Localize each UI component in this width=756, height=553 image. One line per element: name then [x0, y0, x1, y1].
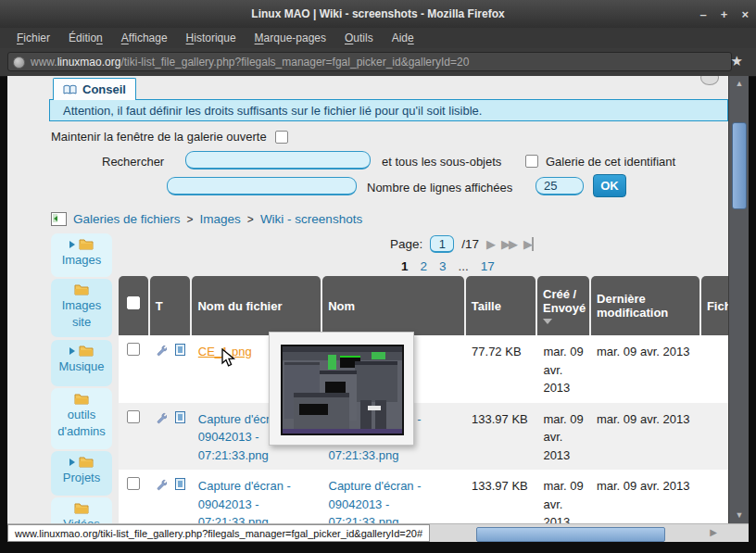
table-row: Capture d'écran - 09042013 - 07:21:33.pn…: [119, 403, 728, 471]
folder-icon: [79, 238, 94, 250]
sidebar-item-label: Vidéos: [51, 516, 112, 523]
header-type[interactable]: T: [150, 276, 191, 335]
file-link[interactable]: Capture d'écran - 09042013 - 07:21:33.pn…: [198, 479, 291, 523]
expand-arrow-icon[interactable]: [69, 459, 75, 466]
search-label: Rechercher: [102, 155, 164, 169]
image-file-icon: [175, 478, 185, 490]
navigation-toolbar: www.linuxmao.org/tiki-list_file_gallery.…: [0, 48, 756, 77]
file-size: 133.97 KB: [466, 470, 536, 523]
sidebar-item-outils-admins[interactable]: outils d'admins: [51, 388, 112, 449]
book-icon: [63, 84, 77, 95]
file-table: T Nom du fichier Nom Taille Créé / Envoy…: [119, 276, 728, 523]
folder-icon: [79, 345, 94, 357]
page-link-current: 1: [401, 259, 409, 273]
maximize-button[interactable]: +: [721, 7, 728, 21]
wrench-icon[interactable]: [156, 411, 167, 425]
menu-marque-pages[interactable]: Marque-pages: [246, 30, 335, 46]
sidebar-item-label: outils d'admins: [51, 407, 112, 440]
image-file-icon: [175, 344, 185, 356]
next-page-icon[interactable]: ▶: [486, 237, 494, 251]
sidebar-item-images-site[interactable]: Images site: [51, 279, 112, 337]
select-all-checkbox[interactable]: [127, 296, 140, 309]
window-controls: – + ×: [700, 0, 749, 28]
wrench-icon[interactable]: [156, 344, 167, 358]
page-link-3[interactable]: 3: [439, 259, 447, 273]
filegal-browse-icon[interactable]: [51, 212, 67, 226]
breadcrumb-current[interactable]: Wiki - screenshots: [260, 212, 362, 226]
pagination: Page: /17 ▶ ▶▶ ▶: [390, 235, 534, 253]
breadcrumb-separator: >: [187, 213, 194, 226]
sort-desc-icon: [543, 319, 552, 324]
menu-outils[interactable]: Outils: [335, 30, 383, 46]
close-button[interactable]: ×: [741, 7, 749, 21]
sidebar-item-videos[interactable]: Vidéos: [51, 497, 112, 523]
sidebar-item-label: Images: [51, 252, 112, 269]
gallery-ident-label: Galerie de cet identifiant: [546, 155, 675, 169]
notice-box: Attention, il faut définir les droits su…: [49, 99, 728, 121]
subobjects-checkbox[interactable]: [525, 155, 538, 168]
file-preview-popup: [269, 332, 414, 446]
minimize-button[interactable]: –: [700, 7, 707, 21]
site-identity-icon[interactable]: [13, 57, 25, 69]
search-input[interactable]: [185, 151, 371, 170]
menu-edition[interactable]: Édition: [59, 30, 112, 46]
sidebar-item-projets[interactable]: Projets: [51, 451, 112, 496]
horizontal-scrollbar-thumb[interactable]: [476, 527, 665, 542]
folder-icon: [74, 393, 89, 405]
vertical-scrollbar-thumb[interactable]: [732, 122, 747, 209]
wrench-icon[interactable]: [156, 478, 167, 492]
breadcrumb-root[interactable]: Galeries de fichiers: [73, 212, 181, 226]
row-checkbox[interactable]: [127, 410, 140, 423]
scroll-right-icon[interactable]: ▶: [710, 527, 717, 537]
row-checkbox[interactable]: [127, 477, 140, 490]
menubar: Fichier Édition Affichage Historique Mar…: [0, 28, 756, 48]
menu-aide[interactable]: Aide: [383, 30, 423, 46]
page-label: Page:: [390, 237, 422, 251]
bookmark-star-icon[interactable]: ★: [731, 53, 743, 69]
breadcrumb-images[interactable]: Images: [200, 212, 241, 226]
menu-affichage[interactable]: Affichage: [112, 30, 177, 46]
expand-arrow-icon[interactable]: [69, 241, 75, 248]
page-link-last[interactable]: 17: [481, 259, 495, 273]
header-size[interactable]: Taille: [466, 276, 536, 335]
page-content: Conseil Attention, il faut définir les d…: [7, 76, 728, 523]
url-input[interactable]: www.linuxmao.org/tiki-list_file_gallery.…: [7, 52, 732, 71]
file-created: mar. 09 avr. 2013: [537, 403, 589, 471]
last-page-icon[interactable]: ▶: [523, 237, 534, 251]
header-modified[interactable]: Dernière modification: [591, 276, 699, 335]
page-number-input[interactable]: [430, 235, 454, 253]
expand-arrow-icon[interactable]: [69, 347, 75, 355]
tab-conseil[interactable]: Conseil: [53, 78, 136, 100]
rows-label: Nombre de lignes affichées: [367, 181, 512, 195]
menu-fichier[interactable]: Fichier: [7, 30, 59, 46]
firefox-window: Linux MAO | Wiki - screenshots - Mozilla…: [0, 0, 756, 553]
ok-button[interactable]: OK: [593, 174, 626, 197]
fast-forward-icon[interactable]: ▶▶: [501, 237, 516, 251]
page-number-list: 1 2 3 ... 17: [401, 259, 495, 273]
file-size: 133.97 KB: [466, 403, 536, 471]
status-link-text: www.linuxmao.org/tiki-list_file_gallery.…: [15, 528, 422, 539]
sidebar-item-images[interactable]: Images: [51, 233, 112, 277]
table-row: CE_1.png 77.72 KB mar. 09 avr. 2013 mar.…: [119, 335, 728, 403]
file-modified: mar. 09 avr. 2013: [591, 470, 699, 523]
row-checkbox[interactable]: [127, 343, 140, 356]
corner-decoration: [700, 76, 719, 85]
header-created[interactable]: Créé / Envoyé: [537, 276, 589, 335]
file-size: 77.72 KB: [466, 335, 536, 403]
keep-open-checkbox[interactable]: [275, 131, 288, 144]
subobjects-label: et tous les sous-objets: [382, 155, 501, 169]
page-link-2[interactable]: 2: [421, 259, 428, 273]
file-name-link[interactable]: Capture d'écran - 09042013 - 07:21:33.pn…: [329, 479, 422, 523]
header-filename[interactable]: Nom du fichier: [192, 276, 321, 335]
window-titlebar[interactable]: Linux MAO | Wiki - screenshots - Mozilla…: [0, 0, 756, 29]
vertical-scrollbar[interactable]: ▲ ▼: [728, 76, 749, 523]
menu-historique[interactable]: Historique: [177, 30, 246, 46]
sidebar-item-musique[interactable]: Musique: [51, 340, 112, 386]
folder-icon: [74, 283, 89, 295]
header-name[interactable]: Nom: [322, 276, 464, 335]
scroll-down-icon[interactable]: ▼: [729, 510, 750, 520]
rows-input[interactable]: [536, 177, 584, 195]
scroll-up-icon[interactable]: ▲: [729, 79, 750, 88]
filter-input[interactable]: [167, 177, 357, 195]
header-files[interactable]: Fichiers: [701, 276, 728, 335]
